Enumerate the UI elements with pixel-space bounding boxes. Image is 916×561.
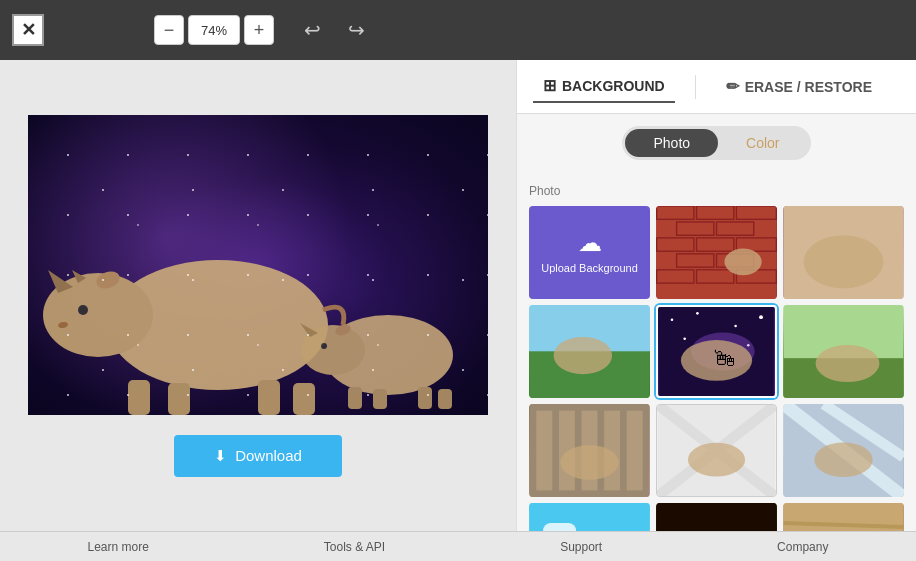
- thumbnail-forest[interactable]: [783, 305, 904, 398]
- svg-rect-69: [543, 523, 576, 531]
- svg-rect-16: [373, 389, 387, 409]
- thumbnail-field[interactable]: [529, 305, 650, 398]
- toolbar: ✕ − 74% + ↩ ↪: [0, 0, 916, 60]
- thumbnail-fire-night[interactable]: [656, 503, 777, 531]
- svg-marker-2: [48, 270, 73, 293]
- close-button[interactable]: ✕: [12, 14, 44, 46]
- svg-point-12: [301, 325, 365, 375]
- panel-header: ⊞ BACKGROUND ✏ ERASE / RESTORE: [517, 60, 916, 114]
- svg-point-10: [58, 321, 69, 329]
- main-content: ⬇ Download ⊞ BACKGROUND ✏ ERASE / RESTOR…: [0, 60, 916, 531]
- eraser-icon: ✏: [726, 77, 739, 96]
- thumbnail-columns[interactable]: [529, 404, 650, 497]
- svg-point-62: [688, 443, 745, 477]
- zoom-controls: − 74% +: [154, 15, 274, 45]
- tab-divider: [695, 75, 696, 99]
- upload-cloud-icon: ☁: [578, 229, 602, 257]
- redo-icon: ↪: [348, 18, 365, 42]
- svg-rect-8: [293, 383, 315, 415]
- footer-bar: Learn more Tools & API Support Company: [0, 531, 916, 561]
- thumbnail-brick[interactable]: [656, 206, 777, 299]
- undo-redo-controls: ↩ ↪: [294, 12, 374, 48]
- svg-rect-18: [438, 389, 452, 409]
- svg-point-34: [724, 249, 761, 276]
- thumbnail-glass[interactable]: [783, 404, 904, 497]
- svg-point-44: [759, 315, 763, 319]
- thumbnail-desert[interactable]: [783, 206, 904, 299]
- footer-support[interactable]: Support: [560, 540, 602, 554]
- thumbnail-grid: ☁ Upload Background: [529, 206, 904, 531]
- svg-point-36: [804, 235, 884, 288]
- redo-button[interactable]: ↪: [338, 12, 374, 48]
- thumbnail-interior[interactable]: [656, 404, 777, 497]
- svg-rect-53: [536, 411, 552, 491]
- svg-point-11: [323, 315, 453, 395]
- svg-point-39: [554, 337, 612, 374]
- thumbnail-wood[interactable]: [783, 503, 904, 531]
- svg-point-19: [321, 343, 327, 349]
- svg-rect-6: [168, 383, 190, 415]
- svg-point-45: [683, 338, 686, 341]
- svg-point-41: [671, 319, 674, 322]
- toggle-color-button[interactable]: Color: [718, 129, 807, 157]
- download-area: ⬇ Download: [174, 435, 342, 477]
- thumbnail-space[interactable]: 🖱 🖱: [656, 305, 777, 398]
- photo-color-toggle: Photo Color: [622, 126, 810, 160]
- svg-point-51: [816, 345, 880, 382]
- svg-point-9: [78, 305, 88, 315]
- svg-rect-57: [627, 411, 643, 491]
- background-image: [28, 115, 488, 415]
- svg-point-14: [334, 322, 352, 337]
- zoom-in-button[interactable]: +: [244, 15, 274, 45]
- canvas-area: ⬇ Download: [0, 60, 516, 531]
- svg-rect-7: [258, 380, 280, 415]
- tab-background[interactable]: ⊞ BACKGROUND: [533, 70, 675, 103]
- svg-point-58: [560, 445, 618, 480]
- svg-point-48: [681, 340, 752, 381]
- zoom-out-button[interactable]: −: [154, 15, 184, 45]
- tab-erase-restore[interactable]: ✏ ERASE / RESTORE: [716, 71, 882, 102]
- svg-rect-5: [128, 380, 150, 415]
- footer-company[interactable]: Company: [777, 540, 828, 554]
- toggle-photo-button[interactable]: Photo: [625, 129, 718, 157]
- svg-point-43: [734, 325, 737, 328]
- svg-marker-3: [72, 270, 86, 283]
- download-icon: ⬇: [214, 447, 227, 465]
- undo-icon: ↩: [304, 18, 321, 42]
- close-icon: ✕: [21, 19, 36, 41]
- undo-button[interactable]: ↩: [294, 12, 330, 48]
- photo-section-label: Photo: [529, 184, 904, 198]
- svg-rect-17: [418, 387, 432, 409]
- footer-tools-api[interactable]: Tools & API: [324, 540, 385, 554]
- upload-background-button[interactable]: ☁ Upload Background: [529, 206, 650, 299]
- svg-rect-15: [348, 387, 362, 409]
- bg-panel: Photo Color Photo ☁ Upload Background: [517, 114, 916, 531]
- svg-rect-71: [657, 503, 777, 531]
- svg-rect-20: [657, 206, 777, 299]
- right-panel: ⊞ BACKGROUND ✏ ERASE / RESTORE Photo Col…: [516, 60, 916, 531]
- zoom-value-display: 74%: [188, 15, 240, 45]
- svg-point-0: [108, 260, 328, 390]
- footer-learn-more[interactable]: Learn more: [87, 540, 148, 554]
- download-button[interactable]: ⬇ Download: [174, 435, 342, 477]
- layers-icon: ⊞: [543, 76, 556, 95]
- svg-marker-13: [300, 323, 318, 337]
- svg-point-42: [696, 312, 699, 315]
- svg-point-66: [814, 443, 872, 478]
- thumbnail-sky[interactable]: [529, 503, 650, 531]
- rhino-svg: [28, 115, 488, 415]
- image-canvas: [28, 115, 488, 415]
- svg-point-1: [43, 273, 153, 357]
- svg-point-4: [94, 268, 122, 291]
